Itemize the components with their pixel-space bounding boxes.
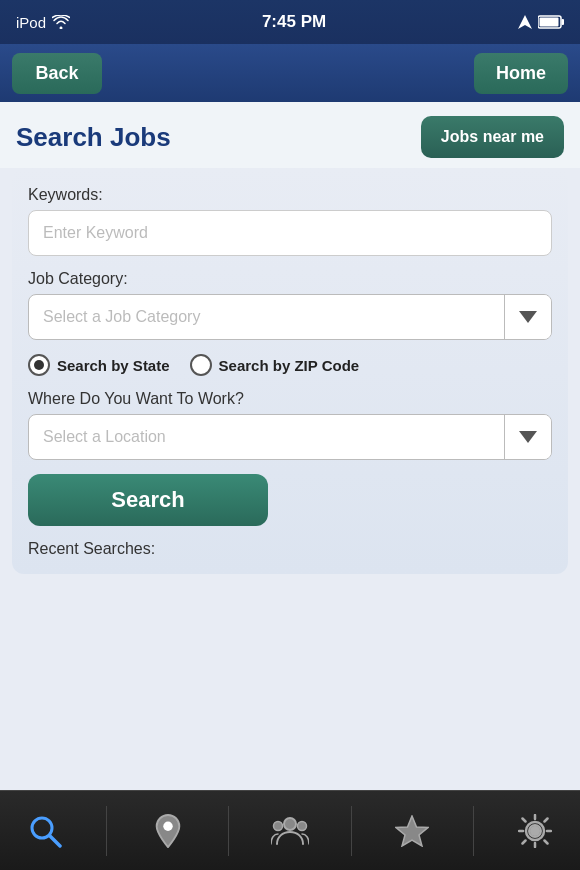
location-pin-icon bbox=[154, 814, 182, 848]
people-icon bbox=[271, 816, 309, 846]
chevron-down-icon bbox=[519, 431, 537, 443]
radio-state-circle bbox=[28, 354, 50, 376]
tab-divider-2 bbox=[228, 806, 229, 856]
content-scroll: Search Jobs Jobs near me Keywords: Job C… bbox=[0, 102, 580, 790]
star-icon bbox=[395, 815, 429, 847]
search-icon bbox=[28, 814, 62, 848]
job-category-arrow bbox=[505, 295, 551, 339]
svg-marker-10 bbox=[396, 816, 428, 846]
nav-bar: Back Home bbox=[0, 44, 580, 102]
gear-icon bbox=[518, 814, 552, 848]
status-bar: iPod 7:45 PM bbox=[0, 0, 580, 44]
jobs-near-me-button[interactable]: Jobs near me bbox=[421, 116, 564, 158]
settings-tab[interactable] bbox=[505, 801, 565, 861]
search-type-radio-group: Search by State Search by ZIP Code bbox=[28, 354, 552, 376]
status-left: iPod bbox=[16, 14, 70, 31]
device-label: iPod bbox=[16, 14, 46, 31]
tab-divider-3 bbox=[351, 806, 352, 856]
svg-line-5 bbox=[50, 836, 60, 846]
page-title-bar: Search Jobs Jobs near me bbox=[0, 102, 580, 168]
svg-point-9 bbox=[297, 821, 306, 830]
battery-icon bbox=[538, 15, 564, 29]
status-right bbox=[518, 15, 564, 29]
job-category-select[interactable]: Select a Job Category bbox=[28, 294, 552, 340]
tab-divider-4 bbox=[473, 806, 474, 856]
where-label: Where Do You Want To Work? bbox=[28, 390, 552, 408]
location-placeholder: Select a Location bbox=[29, 415, 505, 459]
home-button[interactable]: Home bbox=[474, 53, 568, 94]
keywords-label: Keywords: bbox=[28, 186, 552, 204]
location-arrow-icon bbox=[518, 15, 532, 29]
location-tab[interactable] bbox=[138, 801, 198, 861]
svg-point-6 bbox=[163, 821, 172, 830]
job-category-placeholder: Select a Job Category bbox=[29, 295, 505, 339]
page-title: Search Jobs bbox=[16, 122, 171, 153]
back-button[interactable]: Back bbox=[12, 53, 102, 94]
radio-zip-option[interactable]: Search by ZIP Code bbox=[190, 354, 360, 376]
svg-rect-3 bbox=[540, 18, 559, 27]
tab-bar bbox=[0, 790, 580, 870]
job-category-label: Job Category: bbox=[28, 270, 552, 288]
recent-searches-label: Recent Searches: bbox=[28, 540, 552, 558]
search-tab[interactable] bbox=[15, 801, 75, 861]
content-inner: Search Jobs Jobs near me Keywords: Job C… bbox=[0, 102, 580, 584]
people-tab[interactable] bbox=[260, 801, 320, 861]
radio-zip-circle bbox=[190, 354, 212, 376]
search-form-card: Keywords: Job Category: Select a Job Cat… bbox=[12, 168, 568, 574]
keywords-input[interactable] bbox=[28, 210, 552, 256]
radio-state-option[interactable]: Search by State bbox=[28, 354, 170, 376]
chevron-down-icon bbox=[519, 311, 537, 323]
search-button[interactable]: Search bbox=[28, 474, 268, 526]
radio-state-label: Search by State bbox=[57, 357, 170, 374]
tab-divider-1 bbox=[106, 806, 107, 856]
wifi-icon bbox=[52, 15, 70, 29]
favorites-tab[interactable] bbox=[382, 801, 442, 861]
svg-rect-2 bbox=[562, 19, 565, 25]
svg-marker-0 bbox=[518, 15, 532, 29]
svg-point-8 bbox=[273, 821, 282, 830]
svg-point-7 bbox=[284, 818, 296, 830]
svg-point-13 bbox=[530, 826, 540, 836]
radio-zip-label: Search by ZIP Code bbox=[219, 357, 360, 374]
location-arrow bbox=[505, 415, 551, 459]
time-display: 7:45 PM bbox=[262, 12, 326, 32]
location-select[interactable]: Select a Location bbox=[28, 414, 552, 460]
